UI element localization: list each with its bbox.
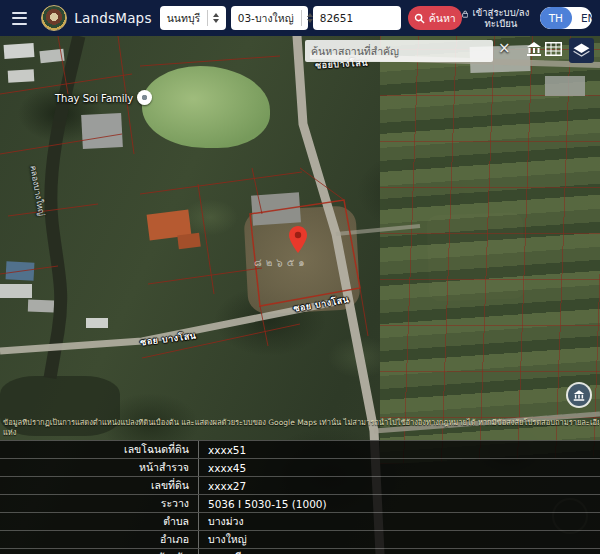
search-icon [414, 13, 425, 24]
layers-icon [572, 42, 591, 59]
map-disclaimer: ข้อมูลที่ปรากฏเป็นการแสดงตำแหน่งแปลงที่ด… [3, 418, 599, 438]
poi-dot-icon[interactable] [137, 90, 152, 105]
table-row: หน้าสำรวจ xxxx45 [0, 458, 600, 476]
field-label: ตำบล [0, 513, 198, 530]
district-select[interactable]: 03-บางใหญ่ [231, 6, 308, 30]
field-value: xxxx27 [198, 477, 600, 494]
field-label: อำเภอ [0, 531, 198, 548]
field-label: หน้าสำรวจ [0, 459, 198, 476]
field-label: เลขโฉนดที่ดิน [0, 441, 198, 458]
table-row: เลขโฉนดที่ดิน xxxx51 [0, 440, 600, 458]
parcel-number-input[interactable] [313, 6, 401, 30]
layers-button[interactable] [569, 38, 594, 63]
field-value: xxxx51 [198, 441, 600, 458]
field-value: 5036 I 5030-15 (1000) [198, 495, 600, 512]
lang-en-button[interactable]: EN [572, 7, 592, 29]
lang-th-button[interactable]: TH [540, 7, 572, 29]
field-label: จังหวัด [0, 549, 198, 554]
building-poi-icon[interactable] [568, 384, 590, 406]
landsmaps-app: LandsMaps นนทบุรี 03-บางใหญ่ ค้นหา เข้าส… [0, 0, 600, 554]
select-arrows-icon [207, 10, 219, 26]
brand-title: LandsMaps [74, 10, 151, 26]
grid-layer-icon[interactable] [545, 42, 562, 56]
language-toggle: TH EN [540, 7, 592, 29]
table-row: จังหวัด นนทบุรี [0, 548, 600, 554]
field-label: เลขที่ดิน [0, 477, 198, 494]
table-row: เลขที่ดิน xxxx27 [0, 476, 600, 494]
disclaimer-line1: ข้อมูลที่ปรากฏเป็นการแสดงตำแหน่งแปลงที่ด… [3, 418, 599, 428]
table-row: ระวาง 5036 I 5030-15 (1000) [0, 494, 600, 512]
poi-label: Thay Soi Family [55, 93, 133, 104]
table-row: อำเภอ บางใหญ่ [0, 530, 600, 548]
field-value: นนทบุรี [198, 549, 600, 554]
search-button-label: ค้นหา [429, 10, 456, 27]
result-pin-icon[interactable] [289, 226, 307, 254]
table-row: ตำบล บางม่วง [0, 512, 600, 530]
lock-icon [462, 8, 468, 20]
search-button[interactable]: ค้นหา [408, 6, 462, 30]
parcel-info-table: เลขโฉนดที่ดิน xxxx51 หน้าสำรวจ xxxx45 เล… [0, 440, 600, 554]
login-label: เข้าสู่ระบบ/ลงทะเบียน [472, 7, 529, 30]
select-arrows-icon [301, 10, 313, 26]
parcel-number-watermark: ๘๒๖๕๑ [254, 255, 309, 270]
field-label: ระวาง [0, 495, 198, 512]
menu-icon[interactable] [12, 12, 27, 25]
province-select[interactable]: นนทบุรี [160, 6, 226, 30]
field-value: บางม่วง [198, 513, 600, 530]
top-navbar: LandsMaps นนทบุรี 03-บางใหญ่ ค้นหา เข้าส… [0, 0, 600, 36]
clear-search-icon[interactable]: × [498, 39, 511, 57]
province-select-value: นนทบุรี [167, 10, 201, 27]
dol-logo-icon [41, 5, 67, 31]
place-search-input[interactable] [305, 40, 493, 62]
field-value: xxxx45 [198, 459, 600, 476]
land-office-layer-icon[interactable] [526, 42, 542, 56]
district-select-value: 03-บางใหญ่ [238, 10, 294, 27]
login-link[interactable]: เข้าสู่ระบบ/ลงทะเบียน [462, 7, 530, 30]
field-value: บางใหญ่ [198, 531, 600, 548]
disclaimer-line2: แห่ง [3, 428, 599, 438]
